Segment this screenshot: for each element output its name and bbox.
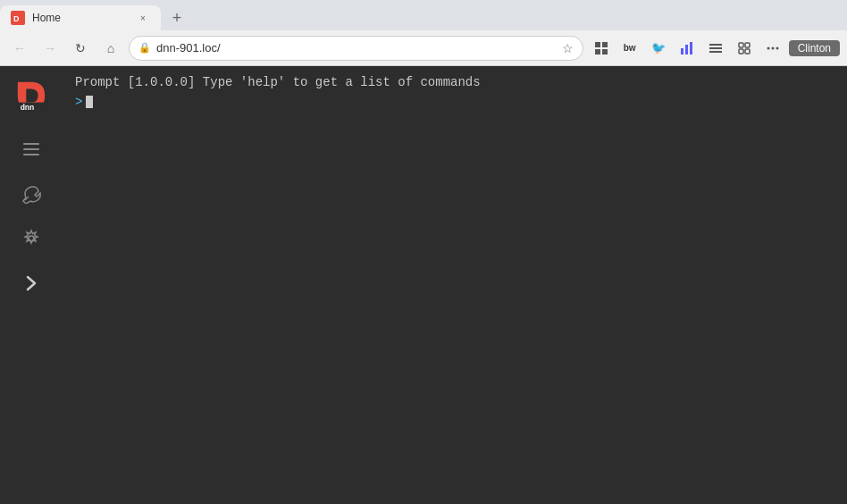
tab-close-button[interactable]: × bbox=[136, 11, 150, 25]
svg-point-16 bbox=[767, 46, 769, 49]
svg-rect-2 bbox=[595, 42, 600, 47]
svg-rect-15 bbox=[745, 49, 750, 54]
sidebar-item-list[interactable] bbox=[0, 127, 63, 172]
terminal-cursor bbox=[86, 96, 93, 108]
svg-rect-12 bbox=[739, 43, 743, 47]
back-button[interactable]: ← bbox=[7, 36, 32, 61]
sidebar-item-expand[interactable] bbox=[0, 261, 63, 306]
sidebar-item-settings[interactable] bbox=[0, 216, 63, 261]
svg-rect-10 bbox=[709, 47, 722, 49]
svg-rect-8 bbox=[690, 42, 692, 55]
toolbar-icon-more[interactable] bbox=[760, 36, 785, 61]
bookmark-icon[interactable]: ☆ bbox=[562, 41, 574, 55]
sidebar-logo[interactable]: dnn bbox=[9, 73, 54, 118]
list-icon bbox=[21, 139, 41, 159]
sidebar-item-tools[interactable] bbox=[0, 172, 63, 216]
svg-rect-3 bbox=[602, 42, 608, 47]
security-icon: 🔒 bbox=[138, 42, 151, 54]
browser-chrome: D Home × + ← → ↻ ⌂ 🔒 dnn-901.loc/ ☆ bbox=[0, 0, 847, 66]
svg-rect-9 bbox=[709, 44, 722, 46]
tools-icon bbox=[21, 184, 41, 204]
svg-text:D: D bbox=[13, 14, 20, 23]
forward-button[interactable]: → bbox=[38, 36, 63, 61]
nav-bar: ← → ↻ ⌂ 🔒 dnn-901.loc/ ☆ bw bbox=[0, 30, 847, 66]
toolbar-icons: bw 🐦 bbox=[589, 36, 840, 61]
svg-rect-13 bbox=[745, 43, 750, 47]
svg-rect-22 bbox=[23, 148, 39, 150]
chevron-right-icon bbox=[21, 273, 41, 293]
settings-icon bbox=[21, 229, 41, 248]
svg-rect-4 bbox=[595, 49, 600, 55]
svg-point-17 bbox=[771, 46, 774, 49]
svg-rect-5 bbox=[602, 49, 608, 55]
toolbar-icon-chart[interactable] bbox=[675, 36, 700, 61]
terminal-prompt-symbol: > bbox=[75, 95, 82, 109]
svg-rect-6 bbox=[681, 48, 683, 55]
tab-favicon: D bbox=[11, 11, 25, 25]
refresh-button[interactable]: ↻ bbox=[68, 36, 93, 61]
app-container: dnn bbox=[0, 66, 847, 504]
tab-bar: D Home × + bbox=[0, 0, 847, 30]
svg-rect-23 bbox=[23, 154, 39, 155]
active-tab[interactable]: D Home × bbox=[0, 5, 161, 30]
svg-point-18 bbox=[776, 46, 778, 49]
dnn-logo-icon: dnn bbox=[14, 79, 48, 113]
toolbar-icon-1[interactable] bbox=[589, 36, 614, 61]
toolbar-icon-bw[interactable]: bw bbox=[617, 36, 642, 61]
svg-rect-21 bbox=[23, 143, 39, 145]
new-tab-button[interactable]: + bbox=[164, 5, 189, 30]
tab-title: Home bbox=[32, 12, 129, 24]
sidebar: dnn bbox=[0, 66, 63, 504]
toolbar-icon-twitter[interactable]: 🐦 bbox=[646, 36, 671, 61]
url-text: dnn-901.loc/ bbox=[156, 41, 557, 55]
toolbar-icon-menu1[interactable] bbox=[703, 36, 728, 61]
terminal-input-line: > bbox=[75, 95, 834, 109]
svg-rect-7 bbox=[685, 45, 688, 55]
svg-rect-14 bbox=[739, 49, 743, 54]
address-bar[interactable]: 🔒 dnn-901.loc/ ☆ bbox=[129, 36, 583, 61]
user-menu-button[interactable]: Clinton bbox=[789, 40, 840, 56]
toolbar-icon-ext[interactable] bbox=[732, 36, 757, 61]
terminal-prompt-text: Prompt [1.0.0.0] Type 'help' to get a li… bbox=[75, 75, 834, 89]
terminal-area[interactable]: Prompt [1.0.0.0] Type 'help' to get a li… bbox=[63, 66, 847, 504]
home-button[interactable]: ⌂ bbox=[98, 36, 123, 61]
svg-text:dnn: dnn bbox=[21, 103, 35, 112]
svg-rect-11 bbox=[709, 51, 722, 53]
